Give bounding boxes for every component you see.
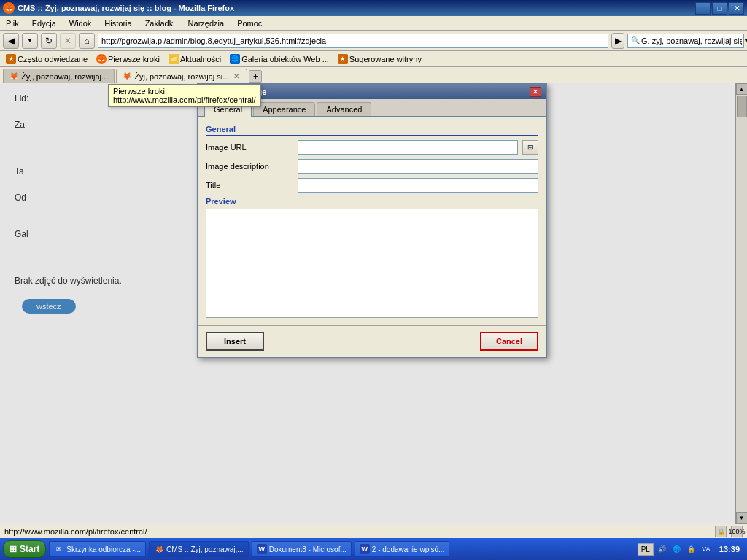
maximize-button[interactable]: □: [712, 2, 727, 15]
taskbar-icon-skrzynka: ✉: [54, 544, 64, 554]
forward-button-dropdown[interactable]: ▼: [22, 33, 38, 49]
taskbar-icon-firefox: 🦊: [154, 544, 164, 554]
title-row: Title: [206, 178, 538, 192]
preview-section: Preview: [206, 197, 538, 318]
firefox-logo-icon: 🦊: [3, 2, 15, 14]
status-url: http://www.mozilla.com/pl/firefox/centra…: [4, 527, 708, 536]
status-bar-right: 🔒 100%: [715, 526, 743, 537]
folder-icon: 📁: [169, 54, 179, 64]
menu-pomoc[interactable]: Pomoc: [234, 18, 265, 28]
new-tab-button[interactable]: +: [249, 70, 262, 83]
page-background: Lid: Za Ta Od Gal Brak zdjęć do wyświetl…: [0, 83, 747, 524]
title-bar: 🦊 CMS :: Żyj, poznawaj, rozwijaj się :: …: [0, 0, 747, 16]
image-description-label: Image description: [206, 162, 293, 171]
bookmark-aktualnosci[interactable]: 📁 Aktualności: [166, 53, 224, 65]
image-url-input[interactable]: [298, 140, 518, 155]
address-input[interactable]: [101, 36, 605, 45]
stop-button[interactable]: ✕: [60, 33, 76, 49]
status-security-icon: 🔒: [715, 526, 727, 537]
nav-bar: ◀ ▼ ↻ ✕ ⌂ ▶ 🔍 ▼: [0, 31, 747, 51]
menu-edycja[interactable]: Edycja: [29, 18, 59, 28]
tray-icon-2: 🌐: [671, 543, 683, 555]
status-bar: http://www.mozilla.com/pl/firefox/centra…: [0, 524, 747, 538]
taskbar-icon-word2: W: [360, 544, 370, 554]
image-url-row: Image URL ⊞: [206, 140, 538, 155]
back-button[interactable]: ◀: [3, 33, 19, 49]
menu-narzedzia[interactable]: Narzędzia: [185, 18, 228, 28]
home-button[interactable]: ⌂: [79, 33, 95, 49]
bookmark-pierwsze[interactable]: 🦊 Pierwsze kroki: [93, 53, 163, 65]
tab-2[interactable]: 🦊 Żyj, poznawaj, rozwijaj si... ✕: [116, 69, 247, 83]
status-zoom-icon[interactable]: 100%: [731, 526, 743, 537]
title-input[interactable]: [298, 178, 538, 192]
bookmark-icon-czesto: ★: [6, 54, 16, 64]
tooltip: Pierwsze kroki http://www.mozilla.com/pl…: [108, 84, 261, 107]
menu-zakladki[interactable]: Zakładki: [142, 18, 178, 28]
image-url-browse-button[interactable]: ⊞: [522, 140, 538, 155]
tray-icon-4: VA: [700, 543, 712, 555]
taskbar-item-cms[interactable]: 🦊 CMS :: Żyj, poznawaj,...: [149, 541, 249, 557]
tooltip-title: Pierwsze kroki: [113, 87, 256, 96]
dialog-body: General Image URL ⊞ Image description: [198, 117, 546, 325]
dialog-close-button[interactable]: ✕: [530, 87, 541, 97]
start-button[interactable]: ⊞ Start: [3, 540, 46, 558]
search-bar: 🔍 ▼: [627, 34, 744, 48]
tray-icon-3: 🔒: [686, 543, 697, 555]
dialog-buttons: Insert Cancel: [198, 325, 546, 357]
address-go-button[interactable]: ▶: [611, 33, 624, 49]
tooltip-url: http://www.mozilla.com/pl/firefox/centra…: [113, 96, 256, 104]
image-url-label: Image URL: [206, 143, 293, 152]
insert-edit-image-dialog: Insert/edit image ✕ General Appearance A…: [197, 83, 547, 358]
tab-1-label: Żyj, poznawaj, rozwijaj...: [21, 72, 108, 81]
title-bar-buttons: _ □ ✕: [695, 2, 744, 15]
tabs-bar: 🦊 Żyj, poznawaj, rozwijaj... 🦊 Żyj, pozn…: [0, 67, 747, 83]
modal-overlay: Insert/edit image ✕ General Appearance A…: [0, 83, 747, 524]
image-description-input[interactable]: [298, 159, 538, 174]
bookmarks-bar: ★ Często odwiedzane 🦊 Pierwsze kroki 📁 A…: [0, 51, 747, 67]
menu-widok[interactable]: Widok: [66, 18, 95, 28]
address-bar: [98, 34, 608, 48]
tab-2-label: Żyj, poznawaj, rozwijaj si...: [134, 72, 229, 81]
content-area: Lid: Za Ta Od Gal Brak zdjęć do wyświetl…: [0, 83, 747, 524]
browser-window: 🦊 CMS :: Żyj, poznawaj, rozwijaj się :: …: [0, 0, 747, 560]
preview-box: [206, 209, 538, 318]
search-dropdown-icon[interactable]: ▼: [743, 37, 747, 44]
preview-label: Preview: [206, 197, 538, 206]
title-label: Title: [206, 181, 293, 190]
tab-1-favicon: 🦊: [9, 72, 18, 80]
dialog-tab-advanced[interactable]: Advanced: [317, 102, 371, 116]
general-section-title: General: [206, 125, 538, 136]
bookmark-icon-galeria: 🌐: [230, 54, 240, 64]
dialog-tab-appearance[interactable]: Appearance: [253, 102, 315, 116]
close-button[interactable]: ✕: [729, 2, 744, 15]
tray-icon-1: 🔊: [657, 543, 668, 555]
bookmark-czesto[interactable]: ★ Często odwiedzane: [3, 53, 90, 65]
system-clock: 13:39: [715, 545, 744, 553]
bookmark-galeria[interactable]: 🌐 Galeria obiektów Web ...: [227, 53, 332, 65]
language-indicator[interactable]: PL: [638, 543, 654, 556]
search-input[interactable]: [641, 36, 742, 45]
tab-2-close-button[interactable]: ✕: [232, 72, 241, 81]
browse-icon: ⊞: [527, 144, 533, 151]
cancel-button[interactable]: Cancel: [480, 332, 538, 351]
menu-bar: Plik Edycja Widok Historia Zakładki Narz…: [0, 16, 747, 31]
taskbar-icon-word1: W: [257, 544, 267, 554]
tab-2-favicon: 🦊: [123, 72, 131, 80]
reload-button[interactable]: ↻: [41, 33, 57, 49]
window-title: CMS :: Żyj, poznawaj, rozwijaj się :: bl…: [18, 4, 234, 12]
bookmark-icon-sugerowane: ★: [338, 54, 348, 64]
taskbar-item-dodawanie[interactable]: W 2 - dodawanie wpisó...: [355, 541, 450, 557]
menu-plik[interactable]: Plik: [3, 18, 22, 28]
menu-historia[interactable]: Historia: [101, 18, 134, 28]
taskbar: ⊞ Start ✉ Skrzynka odbiorcza -... 🦊 CMS …: [0, 538, 747, 560]
taskbar-item-skrzynka[interactable]: ✉ Skrzynka odbiorcza -...: [49, 541, 146, 557]
title-bar-left: 🦊 CMS :: Żyj, poznawaj, rozwijaj się :: …: [3, 2, 234, 14]
image-description-row: Image description: [206, 159, 538, 174]
taskbar-item-doc8[interactable]: W Dokument8 - Microsof...: [252, 541, 352, 557]
windows-logo-icon: ⊞: [9, 544, 17, 554]
tab-1[interactable]: 🦊 Żyj, poznawaj, rozwijaj...: [3, 69, 115, 83]
insert-button[interactable]: Insert: [206, 332, 264, 351]
search-engine-icon: 🔍: [631, 36, 640, 44]
bookmark-sugerowane[interactable]: ★ Sugerowane witryny: [335, 53, 425, 65]
minimize-button[interactable]: _: [695, 2, 711, 15]
